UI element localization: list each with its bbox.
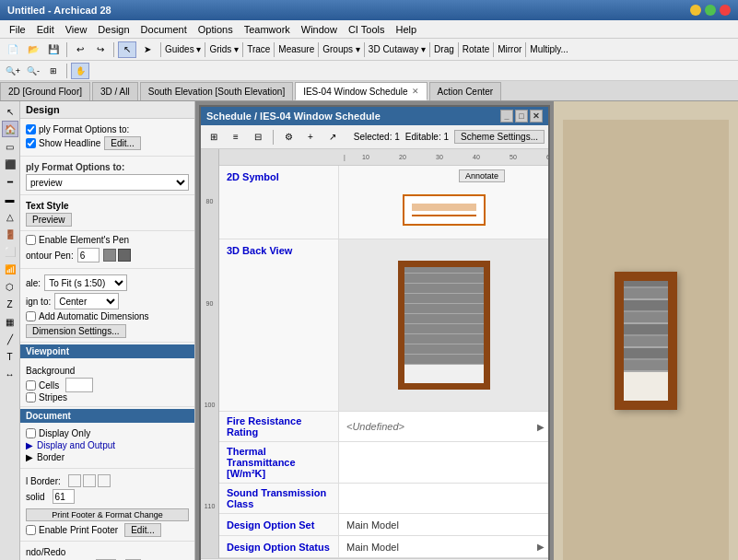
scale-select[interactable]: To Fit (s 1:50) (44, 274, 127, 291)
cutaway-dropdown[interactable]: 3D Cutaway ▾ (369, 44, 426, 54)
save-btn[interactable]: 💾 (44, 41, 63, 58)
pointer-btn[interactable]: ↖ (118, 41, 136, 58)
format-select[interactable]: preview (26, 174, 189, 191)
border-style-3[interactable] (98, 474, 111, 487)
auto-dimensions-label[interactable]: Add Automatic Dimensions (26, 311, 189, 321)
arrow-tool-icon[interactable]: ↖ (2, 103, 18, 120)
enable-print-footer-label[interactable]: Enable Print Footer Edit... (26, 523, 189, 537)
display-only-label[interactable]: Display Only (26, 428, 189, 438)
cells-checkbox[interactable] (26, 380, 36, 391)
roof-icon[interactable]: △ (2, 208, 18, 225)
grid-view-btn[interactable]: ⊞ (205, 129, 223, 146)
viewpoint-header[interactable]: Viewpoint (20, 344, 194, 358)
cells-value[interactable] (65, 378, 93, 392)
menu-view[interactable]: View (60, 24, 93, 35)
settings-icon-btn[interactable]: ⚙ (279, 129, 298, 146)
tab-schedule[interactable]: IES-04 Window Schedule ✕ (295, 82, 427, 100)
undo-btn[interactable]: ↩ (71, 41, 89, 58)
dim-icon[interactable]: ↔ (2, 366, 18, 382)
mirror-btn[interactable]: Mirror (498, 44, 521, 54)
auto-dimensions-checkbox[interactable] (26, 311, 36, 321)
grids-dropdown[interactable]: Grids ▾ (209, 44, 239, 54)
text-icon[interactable]: T (2, 348, 18, 365)
menu-help[interactable]: Help (390, 24, 422, 35)
stair-icon[interactable]: 📶 (2, 261, 18, 277)
edit-headline-btn[interactable]: Edit... (104, 136, 141, 150)
door-icon[interactable]: 🚪 (2, 226, 18, 242)
stripes-label[interactable]: Stripes (26, 392, 189, 402)
pan-btn[interactable]: ✋ (71, 63, 89, 79)
menu-design[interactable]: Design (92, 24, 135, 35)
minimize-btn[interactable] (690, 5, 701, 16)
border-style-2[interactable] (83, 474, 96, 487)
tab-3d[interactable]: 3D / All (92, 82, 138, 100)
object-icon[interactable]: ⬡ (2, 278, 18, 295)
cells-label[interactable]: Cells (26, 378, 189, 392)
document-header[interactable]: Document (20, 409, 194, 423)
menu-teamwork[interactable]: Teamwork (239, 24, 296, 35)
fire-resistance-arrow[interactable]: ▶ (533, 412, 548, 441)
dimension-settings-btn[interactable]: Dimension Settings... (26, 324, 126, 338)
pen-color-swatch2[interactable] (118, 249, 131, 262)
beam-icon[interactable]: ━ (2, 173, 18, 190)
column-icon[interactable]: ⬛ (2, 156, 18, 172)
wall-icon[interactable]: ▭ (2, 138, 18, 155)
line-icon[interactable]: ╱ (2, 331, 18, 347)
annotate-btn[interactable]: Annotate (459, 169, 505, 182)
menu-ci-tools[interactable]: CI Tools (343, 24, 391, 35)
display-output-row[interactable]: ▶ Display and Output (26, 440, 189, 450)
menu-document[interactable]: Document (135, 24, 193, 35)
add-col-btn[interactable]: + (301, 129, 320, 146)
print-footer-btn[interactable]: Print Footer & Format Change (26, 508, 189, 521)
maximize-btn[interactable] (705, 5, 716, 16)
border-style-1[interactable] (68, 474, 81, 487)
rotate-btn[interactable]: Rotate (463, 44, 489, 54)
pen-value-input[interactable] (77, 248, 100, 262)
detail-view-btn[interactable]: ⊟ (249, 129, 267, 146)
edit-footer-btn[interactable]: Edit... (124, 523, 161, 537)
guides-dropdown[interactable]: Guides ▾ (165, 44, 201, 54)
menu-file[interactable]: File (4, 24, 31, 35)
zoom-out-btn[interactable]: 🔍- (24, 63, 42, 79)
align-select[interactable]: Center (54, 293, 119, 309)
preview-btn[interactable]: Preview (26, 213, 72, 227)
zone-icon[interactable]: Z (2, 296, 18, 312)
arrow-btn[interactable]: ➤ (138, 41, 157, 58)
stripes-checkbox[interactable] (26, 392, 36, 402)
win-minimize[interactable]: _ (500, 110, 513, 122)
tab-schedule-close[interactable]: ✕ (412, 87, 419, 96)
window-icon[interactable]: ⬜ (2, 243, 18, 260)
menu-options[interactable]: Options (193, 24, 239, 35)
drag-btn[interactable]: Drag (434, 44, 454, 54)
menu-window[interactable]: Window (296, 24, 343, 35)
win-close[interactable]: ✕ (530, 110, 543, 122)
border-value-input[interactable] (53, 489, 75, 504)
scheme-settings-btn[interactable]: Scheme Settings... (454, 130, 545, 144)
show-headline-label[interactable]: Show Headline (26, 138, 100, 148)
fill-icon[interactable]: ▦ (2, 313, 18, 330)
enable-print-footer-checkbox[interactable] (26, 525, 36, 535)
design-option-status-arrow[interactable]: ▶ (533, 536, 548, 557)
redo-btn[interactable]: ↪ (91, 41, 110, 58)
measure-btn[interactable]: Measure (278, 44, 314, 54)
merge-items-label[interactable]: ply Format Options to: (26, 124, 129, 134)
pen-color-swatch[interactable] (103, 249, 116, 262)
new-btn[interactable]: 📄 (4, 41, 22, 58)
merge-items-checkbox[interactable] (26, 124, 36, 134)
tab-south-elevation[interactable]: South Elevation [South Elevation] (140, 82, 293, 100)
trace-btn[interactable]: Trace (247, 44, 270, 54)
border-row[interactable]: ▶ Border (26, 452, 189, 462)
menu-edit[interactable]: Edit (31, 24, 60, 35)
export-btn[interactable]: ↗ (323, 129, 342, 146)
display-only-checkbox[interactable] (26, 428, 36, 438)
show-headline-checkbox[interactable] (26, 138, 36, 148)
list-view-btn[interactable]: ≡ (227, 129, 245, 146)
close-btn[interactable] (720, 5, 731, 16)
design-icon[interactable]: 🏠 (2, 121, 18, 137)
win-maximize[interactable]: □ (515, 110, 528, 122)
tab-2d-ground[interactable]: 2D [Ground Floor] (0, 82, 90, 100)
enable-pen-label[interactable]: Enable Element's Pen (26, 235, 189, 245)
fit-btn[interactable]: ⊞ (44, 63, 63, 79)
enable-pen-checkbox[interactable] (26, 235, 36, 245)
open-btn[interactable]: 📂 (24, 41, 42, 58)
